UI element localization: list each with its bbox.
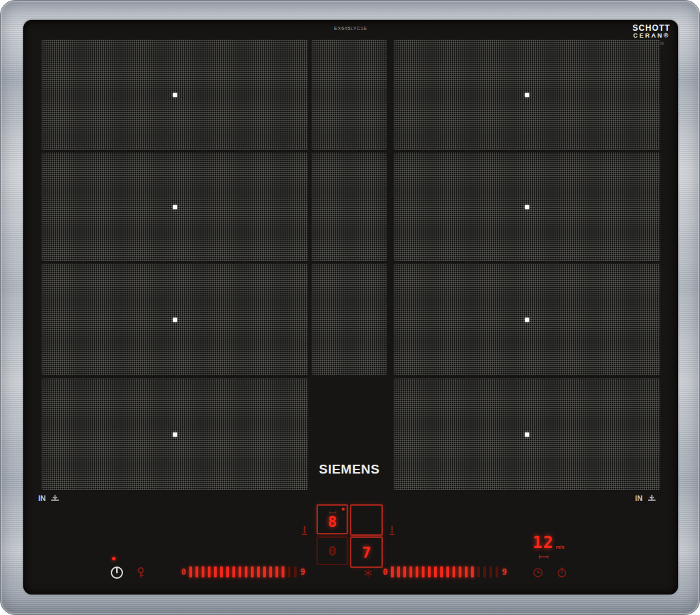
slider-bar [446,566,449,577]
cooking-zone-segment [394,152,660,261]
timer-unit: min [556,545,564,549]
slider-bar [196,566,198,577]
in-label: IN [38,494,46,502]
slider-bar [226,566,229,577]
center-strip-segment [312,152,387,261]
slider-min-label: 0 [181,567,186,577]
slider-bar [453,566,455,577]
slider-bar [483,566,486,577]
cleaning-pause-icon[interactable] [363,568,373,578]
slider-bar [208,566,211,577]
slider-bar [477,566,480,577]
power-level-digit: 8 [327,515,336,530]
slider-bar [232,566,235,577]
slider-bar [202,566,204,577]
slider-bar [282,566,284,577]
slider-bar [403,566,406,577]
pan-indicator-icon [301,525,308,536]
slider-bar [189,566,192,577]
zone-select-dot [342,508,345,510]
kitchen-timer-icon[interactable] [556,567,567,578]
power-status-led [112,557,116,560]
slider-bar [440,566,443,577]
slider-bar [214,566,217,577]
cooking-zone-segment [42,379,308,490]
slider-bars [189,566,297,577]
slider-bar [459,566,461,577]
slider-bar [263,566,266,577]
slider-max-label: 9 [502,567,507,577]
slider-bar [471,566,474,577]
power-slider-right[interactable]: 0 9 [383,563,507,581]
slider-bar [397,566,400,577]
slider-bar [275,566,278,577]
zone-level-display-dim[interactable]: 0 [317,536,348,565]
slider-bar [245,566,247,577]
cooktop: EX645LYC1E SCHOTT CERAN® SIEMENS IN IN ⊢… [0,0,700,615]
power-level-digit-dim: 0 [328,543,336,559]
power-slider-left[interactable]: 0 9 [181,563,305,581]
zone-center-marker [173,318,177,322]
slider-bar [288,566,291,577]
slider-bar [422,566,425,577]
zone-center-marker [525,93,529,97]
slider-bar [428,566,431,577]
slider-bars [391,566,498,577]
siemens-logo: SIEMENS [312,462,387,477]
slider-bar [409,566,412,577]
center-strip-segment [312,40,387,150]
slider-bar [465,566,468,577]
slider-max-label: 9 [300,567,305,577]
induction-marker-right: IN [635,493,657,503]
zone-level-display-right[interactable]: 7 [350,536,383,568]
slider-bar [251,566,254,577]
timer-flex-icon: ⊢⊣ [539,554,548,560]
zone-center-marker [525,205,529,209]
cooking-zone-segment [394,379,660,490]
slider-bar [220,566,223,577]
in-label: IN [635,494,643,502]
cooking-zone-segment [394,40,660,150]
model-number: EX645LYC1E [1,26,700,31]
zone-level-display-active[interactable]: ⊢⊣ 8 [317,504,348,534]
slider-bar [294,566,297,577]
power-button[interactable] [109,565,124,580]
zone-center-marker [525,318,529,322]
induction-marker-left: IN [38,493,60,503]
zone-center-marker [525,433,529,437]
schott-logo-line2: CERAN® [625,33,678,39]
center-strip-segment [312,264,387,375]
power-level-digit-right: 7 [362,544,371,561]
child-lock-key-icon[interactable] [135,566,147,579]
pan-indicator-icon [389,525,395,536]
timer-value: 12 [533,533,554,552]
zone-level-display-empty[interactable] [350,504,383,536]
slider-bar [434,566,437,577]
slider-bar [269,566,272,577]
cooking-zone-segment [394,264,660,375]
slider-bar [496,566,498,577]
cooking-zone-segment [42,264,308,375]
slider-bar [391,566,394,577]
zone-center-marker [173,433,177,437]
zone-center-marker [173,205,177,209]
timer-clock-icon[interactable] [533,567,543,578]
zone-center-marker [173,93,177,97]
slider-bar [239,566,241,577]
cooking-zone-segment [42,152,308,261]
slider-min-label: 0 [383,567,388,577]
slider-bar [489,566,492,577]
pot-icon [50,493,60,503]
pot-icon [647,493,657,503]
slider-bar [416,566,418,577]
slider-bar [257,566,260,577]
cooking-zone-segment [42,40,308,150]
schott-logo-line1: SCHOTT [625,24,678,33]
